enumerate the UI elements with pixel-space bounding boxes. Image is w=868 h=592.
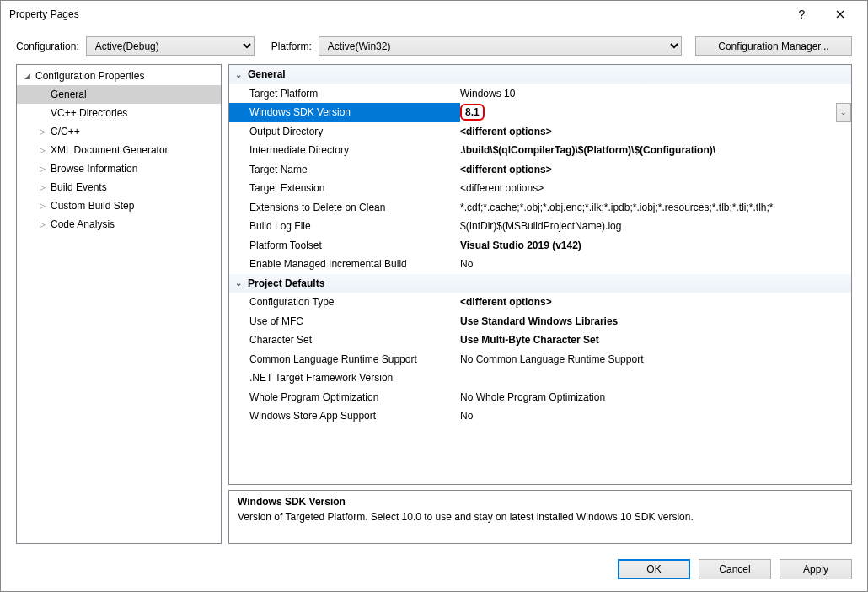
property-row[interactable]: Intermediate Directory.\build\$(qlCompil… [229, 141, 851, 160]
description-text: Version of Targeted Platform. Select 10.… [238, 511, 843, 523]
tree-item-general[interactable]: General [17, 85, 221, 104]
property-row[interactable]: Enable Managed Incremental BuildNo [229, 255, 851, 274]
section-title: Project Defaults [248, 277, 460, 289]
property-value[interactable]: <different options> [460, 164, 851, 175]
property-name: .NET Target Framework Version [248, 372, 460, 384]
property-name: Configuration Type [248, 296, 460, 308]
property-row[interactable]: Configuration Type<different options> [229, 293, 851, 312]
tree-item-label: Build Events [51, 181, 107, 193]
property-value[interactable]: Visual Studio 2019 (v142) [460, 239, 851, 251]
collapse-icon: ⌄ [229, 278, 248, 288]
property-value[interactable]: No [460, 410, 851, 422]
property-value[interactable]: <different options> [460, 126, 851, 137]
property-value[interactable]: No Common Language Runtime Support [460, 353, 851, 365]
property-name: Whole Program Optimization [248, 391, 460, 403]
property-value[interactable]: $(IntDir)$(MSBuildProjectName).log [460, 220, 851, 232]
ok-button[interactable]: OK [618, 559, 690, 579]
tree-item-vcdirs[interactable]: VC++ Directories [17, 104, 221, 122]
property-row[interactable]: Windows Store App SupportNo [229, 406, 851, 426]
property-name: Build Log File [248, 220, 460, 232]
property-value[interactable]: No [460, 258, 851, 270]
property-value[interactable]: Use Multi-Byte Character Set [460, 334, 851, 346]
expand-icon: ▷ [37, 164, 47, 173]
property-row[interactable]: Output Directory<different options> [229, 122, 851, 142]
tree-item-buildevents[interactable]: ▷ Build Events [17, 178, 221, 196]
property-row[interactable]: Windows SDK Version8.1⌄ [229, 103, 851, 122]
tree-item-xml[interactable]: ▷ XML Document Generator [17, 141, 221, 159]
property-row[interactable]: Extensions to Delete on Clean*.cdf;*.cac… [229, 198, 851, 218]
property-value[interactable]: <different options> [460, 182, 851, 194]
expand-icon: ▷ [37, 183, 47, 191]
tree-item-label: Custom Build Step [51, 200, 134, 212]
tree-item-label: Code Analysis [51, 218, 115, 230]
property-name: Common Language Runtime Support [248, 353, 460, 365]
expand-icon: ▷ [37, 202, 47, 210]
tree-root[interactable]: ◢ Configuration Properties [17, 67, 221, 85]
property-name: Windows SDK Version [248, 106, 460, 118]
property-name: Windows Store App Support [248, 410, 460, 422]
property-row[interactable]: .NET Target Framework Version [229, 369, 851, 388]
platform-label: Platform: [271, 40, 312, 52]
property-name: Platform Toolset [248, 239, 460, 251]
property-row[interactable]: Target Name<different options> [229, 160, 851, 180]
titlebar: Property Pages ? [1, 1, 867, 28]
tree-item-label: VC++ Directories [51, 107, 127, 119]
section-header-general[interactable]: ⌄ General [229, 65, 851, 84]
apply-button[interactable]: Apply [780, 559, 852, 579]
close-button[interactable] [821, 2, 859, 27]
property-row[interactable]: Whole Program OptimizationNo Whole Progr… [229, 388, 851, 407]
config-toolbar: Configuration: Active(Debug) Platform: A… [1, 28, 867, 64]
dropdown-button[interactable]: ⌄ [836, 103, 851, 122]
description-title: Windows SDK Version [238, 496, 843, 508]
property-grid[interactable]: ⌄ General Target PlatformWindows 10Windo… [228, 64, 852, 485]
configuration-manager-button[interactable]: Configuration Manager... [695, 36, 852, 56]
property-row[interactable]: Character SetUse Multi-Byte Character Se… [229, 331, 851, 350]
property-value[interactable]: 8.1 [460, 103, 836, 122]
property-name: Enable Managed Incremental Build [248, 258, 460, 270]
collapse-icon: ⌄ [229, 70, 248, 79]
tree-item-custombuild[interactable]: ▷ Custom Build Step [17, 196, 221, 215]
property-name: Target Platform [248, 88, 460, 100]
tree-item-codeanalysis[interactable]: ▷ Code Analysis [17, 215, 221, 234]
property-name: Character Set [248, 334, 460, 346]
property-value[interactable]: No Whole Program Optimization [460, 391, 851, 403]
property-value[interactable]: *.cdf;*.cache;*.obj;*.obj.enc;*.ilk;*.ip… [460, 202, 851, 213]
tree-item-label: C/C++ [51, 126, 80, 137]
dialog-buttons: OK Cancel Apply [1, 551, 867, 591]
description-box: Windows SDK Version Version of Targeted … [228, 490, 852, 544]
property-name: Use of MFC [248, 315, 460, 327]
tree-item-label: General [51, 89, 87, 100]
property-name: Extensions to Delete on Clean [248, 202, 460, 213]
tree-item-ccpp[interactable]: ▷ C/C++ [17, 122, 221, 141]
property-name: Target Name [248, 164, 460, 175]
tree-item-browse[interactable]: ▷ Browse Information [17, 159, 221, 178]
property-value[interactable]: <different options> [460, 296, 851, 308]
property-row[interactable]: Target PlatformWindows 10 [229, 84, 851, 104]
main-area: ◢ Configuration Properties General VC++ … [1, 64, 867, 551]
property-row[interactable]: Build Log File$(IntDir)$(MSBuildProjectN… [229, 217, 851, 236]
property-value[interactable]: .\build\$(qlCompilerTag)\$(Platform)\$(C… [460, 144, 851, 156]
expand-icon: ▷ [37, 146, 47, 154]
tree-pane[interactable]: ◢ Configuration Properties General VC++ … [16, 64, 222, 544]
tree-item-label: XML Document Generator [51, 144, 169, 156]
configuration-select[interactable]: Active(Debug) [86, 36, 255, 56]
property-name: Output Directory [248, 126, 460, 137]
property-row[interactable]: Target Extension<different options> [229, 179, 851, 198]
property-row[interactable]: Use of MFCUse Standard Windows Libraries [229, 312, 851, 331]
section-title: General [248, 68, 460, 80]
help-button[interactable]: ? [783, 2, 821, 27]
tree-item-label: Browse Information [51, 163, 137, 175]
collapse-icon: ◢ [22, 72, 32, 80]
expand-icon: ▷ [37, 127, 47, 136]
property-value[interactable]: Windows 10 [460, 88, 851, 100]
expand-icon: ▷ [37, 220, 47, 229]
configuration-label: Configuration: [16, 40, 79, 52]
property-row[interactable]: Platform ToolsetVisual Studio 2019 (v142… [229, 236, 851, 256]
property-name: Target Extension [248, 182, 460, 194]
right-pane: ⌄ General Target PlatformWindows 10Windo… [228, 64, 852, 544]
property-value[interactable]: Use Standard Windows Libraries [460, 315, 851, 327]
platform-select[interactable]: Active(Win32) [319, 36, 682, 56]
cancel-button[interactable]: Cancel [699, 559, 771, 579]
property-row[interactable]: Common Language Runtime SupportNo Common… [229, 350, 851, 369]
section-header-defaults[interactable]: ⌄ Project Defaults [229, 274, 851, 293]
